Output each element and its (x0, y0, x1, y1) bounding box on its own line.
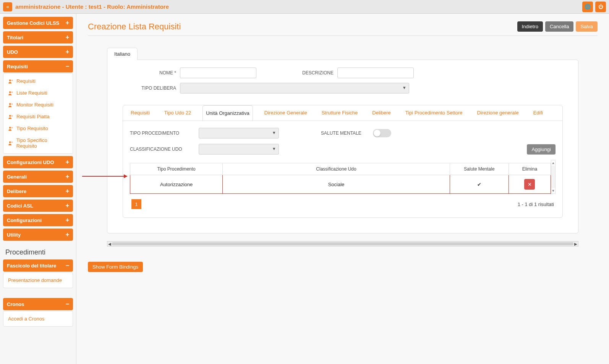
panel-label: Configurazioni (7, 217, 42, 223)
plus-icon: + (66, 188, 69, 194)
scroll-down-icon[interactable]: ▼ (551, 188, 555, 193)
scroll-right-icon[interactable]: ▶ (573, 242, 578, 246)
results-count: 1 - 1 di 1 risultati (518, 201, 554, 207)
panel-label: UDO (7, 49, 18, 55)
sidebar-item-accedi-cronos[interactable]: Accedi a Cronos (3, 313, 73, 325)
classificazione-udo-select[interactable] (199, 144, 279, 155)
plus-icon: + (66, 49, 69, 55)
tab-requisiti[interactable]: Requisiti (128, 105, 153, 121)
user-icon (8, 102, 13, 108)
save-button[interactable]: Salva (576, 21, 598, 32)
panel-requisiti[interactable]: Requisiti − (3, 60, 73, 72)
sidebar-item-tipo-requisito[interactable]: Tipo Requisito (3, 122, 73, 134)
tab-tipi-procedimento-settore[interactable]: Tipi Procedimento Settore (402, 105, 466, 121)
sidebar-item-label: Tipo Requisito (16, 126, 48, 131)
plus-icon: + (66, 174, 69, 180)
language-tab[interactable]: Italiano (107, 48, 138, 60)
user-icon (8, 140, 13, 146)
th-tipo-procedimento: Tipo Procedimento (130, 163, 223, 175)
plus-icon: + (66, 20, 69, 26)
scroll-thumb[interactable] (112, 242, 573, 245)
panel-utility[interactable]: Utility + (3, 229, 73, 241)
panel-titolari[interactable]: Titolari + (3, 31, 73, 43)
show-form-bindings-button[interactable]: Show Form Bindings (88, 262, 143, 272)
plus-icon: + (66, 232, 69, 238)
panel-label: Requisiti (7, 64, 28, 69)
collapse-sidebar-button[interactable]: « (3, 2, 12, 11)
nome-label: NOME * (123, 70, 176, 76)
results-table: Tipo Procedimento Classificazione Udo Sa… (130, 163, 551, 194)
nome-input[interactable] (180, 68, 256, 78)
tab-direzione-generale-2[interactable]: Direzione generale (474, 105, 522, 121)
scroll-up-icon[interactable]: ▲ (551, 160, 555, 166)
page-header: Creazione Lista Requisiti Indietro Cance… (88, 21, 598, 32)
sidebar-item-liste-requisiti[interactable]: Liste Requisiti (3, 87, 73, 99)
scroll-track[interactable] (551, 166, 555, 188)
svg-point-0 (9, 79, 11, 81)
descrizione-input[interactable] (337, 68, 414, 78)
descrizione-label: DESCRIZIONE (302, 70, 334, 76)
th-elimina: Elimina (509, 163, 551, 175)
sidebar-item-tipo-specifico-requisito[interactable]: Tipo Specifico Requisito (3, 134, 73, 152)
panel-label: Configurazioni UDO (7, 159, 54, 165)
panel-fascicolo-titolare[interactable]: Fascicolo del titolare − (3, 259, 73, 272)
svg-point-1 (11, 79, 13, 81)
panel-configurazioni-udo[interactable]: Configurazioni UDO + (3, 156, 73, 168)
sidebar-item-label: Presentazione domande (8, 277, 62, 283)
tipo-procedimento-select[interactable] (199, 128, 279, 139)
aggiungi-button[interactable]: Aggiungi (527, 144, 556, 155)
minus-icon: − (66, 301, 69, 307)
tab-edifi[interactable]: Edifi (530, 105, 546, 121)
sidebar-item-presentazione-domande[interactable]: Presentazione domande (3, 274, 73, 286)
svg-point-7 (11, 115, 13, 116)
cancel-button[interactable]: Cancella (545, 21, 574, 32)
svg-point-5 (11, 103, 13, 105)
close-icon: ✕ (528, 182, 532, 187)
tipo-delibera-select[interactable] (180, 83, 409, 93)
tab-tipo-udo-22[interactable]: Tipo Udo 22 (161, 105, 194, 121)
user-icon (8, 79, 13, 84)
sidebar-item-requisiti-piatta[interactable]: Requisiti Piatta (3, 111, 73, 122)
tab-unita-organizzativa[interactable]: Unità Organizzativa (202, 105, 253, 121)
cell-salute: ✔ (450, 175, 509, 194)
globe-button[interactable]: 🌐 (582, 2, 593, 12)
header-buttons: Indietro Cancella Salva (517, 21, 598, 32)
delete-row-button[interactable]: ✕ (524, 179, 535, 190)
horizontal-scrollbar[interactable]: ◀ ▶ (107, 241, 578, 246)
panel-label: Generali (7, 174, 27, 180)
tabs-body: TIPO PROCEDIMENTO SALUTE MENTALE CLASSIF… (123, 121, 562, 217)
salute-mentale-toggle[interactable] (373, 129, 391, 137)
panel-configurazioni[interactable]: Configurazioni + (3, 214, 73, 226)
section-procedimenti: Procedimenti (3, 243, 73, 259)
panel-delibere[interactable]: Delibere + (3, 185, 73, 197)
back-button[interactable]: Indietro (517, 21, 543, 32)
panel-udo[interactable]: UDO + (3, 46, 73, 58)
panel-gestione-codici-ulss[interactable]: Gestione Codici ULSS + (3, 17, 73, 29)
sidebar-item-monitor-requisiti[interactable]: Monitor Requisiti (3, 99, 73, 111)
svg-point-8 (9, 127, 11, 129)
plus-icon: + (66, 34, 69, 40)
scroll-left-icon[interactable]: ◀ (107, 242, 112, 246)
table-header-row: Tipo Procedimento Classificazione Udo Sa… (130, 163, 551, 175)
plus-icon: + (66, 203, 69, 209)
tab-direzione-generale[interactable]: Direzione Generale (261, 105, 310, 121)
tab-delibere[interactable]: Delibere (369, 105, 394, 121)
page-1-button[interactable]: 1 (131, 199, 141, 209)
panel-generali[interactable]: Generali + (3, 171, 73, 183)
panel-codici-asl[interactable]: Codici ASL + (3, 200, 73, 212)
panel-label: Codici ASL (7, 203, 33, 209)
panel-cronos[interactable]: Cronos − (3, 298, 73, 310)
pager-row: 1 1 - 1 di 1 risultati (130, 194, 556, 211)
minus-icon: − (66, 63, 69, 69)
panel-label: Utility (7, 232, 21, 238)
svg-point-4 (9, 103, 11, 105)
table-vertical-scrollbar[interactable]: ▲ ▼ (551, 160, 556, 194)
power-button[interactable]: ⏻ (595, 2, 606, 12)
svg-point-2 (9, 91, 11, 93)
sidebar-item-requisiti[interactable]: Requisiti (3, 75, 73, 87)
tab-strutture-fisiche[interactable]: Strutture Fisiche (319, 105, 361, 121)
table-row: Autorizzazione Sociale ✔ ✕ (130, 175, 551, 194)
svg-point-3 (11, 91, 13, 93)
main-content: Creazione Lista Requisiti Indietro Cance… (76, 14, 609, 364)
submenu-requisiti: Requisiti Liste Requisiti Monitor Requis… (3, 73, 73, 154)
